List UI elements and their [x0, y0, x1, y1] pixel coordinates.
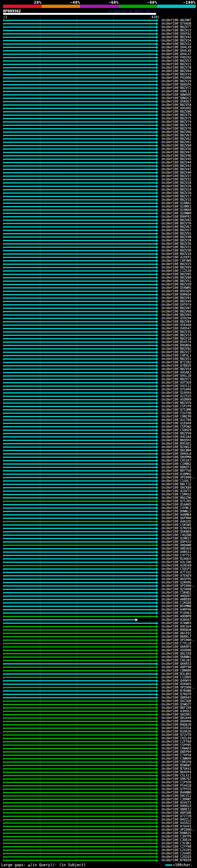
alignment-bar[interactable] [3, 788, 156, 790]
alignment-bar[interactable] [3, 84, 156, 85]
alignment-row[interactable]: UniRef100_P49292 [0, 56, 197, 59]
alignment-row[interactable]: UniRef100_A3IEG4 [0, 726, 197, 730]
alignment-bar[interactable] [3, 575, 156, 577]
alignment-bar[interactable] [3, 128, 156, 129]
row-label[interactable]: UniRef100_Q8IDR1 [162, 713, 191, 716]
alignment-row[interactable]: UniRef100_B8ZV44 [0, 161, 197, 164]
alignment-bar[interactable] [3, 833, 156, 834]
alignment-bar[interactable] [3, 101, 156, 102]
alignment-row[interactable]: UniRef100_B8ZV53 [0, 59, 197, 63]
alignment-bar[interactable] [3, 369, 156, 370]
alignment-row[interactable]: UniRef100_A9RC11 [0, 90, 197, 93]
alignment-bar[interactable] [3, 331, 156, 333]
alignment-row[interactable]: UniRef100_Q04PH4 [0, 720, 197, 723]
alignment-row[interactable]: UniRef100_A5VGT3 [0, 801, 197, 804]
row-label[interactable]: UniRef100_B5W6W7 [162, 764, 191, 767]
alignment-bar[interactable] [3, 640, 156, 641]
row-label[interactable]: UniRef100_A5VGT3 [162, 801, 191, 804]
alignment-bar[interactable] [3, 663, 156, 664]
row-label[interactable]: UniRef100_B2AQU3 [162, 557, 191, 560]
alignment-bar[interactable] [3, 179, 156, 180]
alignment-bar[interactable] [3, 382, 156, 383]
alignment-bar[interactable] [3, 131, 156, 133]
alignment-row[interactable]: UniRef100_C5DSF5 [0, 567, 197, 570]
alignment-bar[interactable] [3, 453, 156, 455]
alignment-row[interactable]: UniRef100_Q0A5F6 [0, 83, 197, 86]
row-label[interactable]: UniRef100_Q75JD5 [162, 500, 191, 503]
alignment-bar[interactable] [3, 121, 156, 123]
alignment-row[interactable]: UniRef100_Q1E849 [0, 422, 197, 425]
alignment-row[interactable]: UniRef100_B7ZZR2 [0, 361, 197, 364]
alignment-row[interactable]: UniRef100_Q2S008 [0, 588, 197, 591]
alignment-bar[interactable] [3, 304, 156, 305]
row-label[interactable]: UniRef100_Q94LX8 [162, 49, 191, 52]
alignment-row[interactable]: UniRef100_B8ZV25 [0, 262, 197, 266]
alignment-bar[interactable] [3, 585, 156, 587]
row-label[interactable]: UniRef100_B8ZV42 [162, 164, 191, 167]
alignment-row[interactable]: UniRef100_C0GJ81 [0, 659, 197, 662]
alignment-row[interactable]: UniRef100_A5DRR9 [0, 398, 197, 401]
alignment-bar[interactable] [3, 298, 156, 299]
alignment-bar[interactable] [3, 206, 156, 207]
alignment-bar[interactable] [3, 680, 156, 681]
alignment-bar[interactable] [3, 846, 156, 847]
row-label[interactable]: UniRef100_B8ZV69 [162, 266, 191, 269]
row-label[interactable]: UniRef100_B8ZV26 [162, 185, 191, 188]
alignment-bar[interactable] [3, 762, 156, 763]
row-label[interactable]: UniRef100_A0DAW0 [162, 544, 191, 547]
row-label[interactable]: UniRef100_Q94LX9 [162, 46, 191, 49]
alignment-bar[interactable] [3, 558, 156, 559]
alignment-row[interactable]: UniRef100_B9R6Q4 [0, 293, 197, 296]
row-label[interactable]: UniRef100_C7YLL8 [162, 642, 191, 645]
row-label[interactable]: UniRef100_Q9K7Q7 [162, 777, 191, 780]
alignment-bar[interactable] [3, 57, 156, 58]
alignment-row[interactable]: UniRef100_A3HSE2 [0, 709, 197, 713]
row-label[interactable]: UniRef100_C3H7P9 [162, 835, 191, 838]
alignment-bar[interactable] [3, 619, 135, 620]
alignment-row[interactable]: UniRef100_B5X574 [0, 340, 197, 344]
row-label[interactable]: UniRef100_B8ZV74 [162, 120, 191, 123]
alignment-row[interactable]: UniRef100_C5FCP9 [0, 405, 197, 408]
alignment-row[interactable]: UniRef100_B8ZV86 [0, 110, 197, 113]
alignment-row[interactable]: UniRef100_B8ZV37 [0, 174, 197, 178]
row-label[interactable]: UniRef100_B8ZV19 [162, 73, 191, 76]
alignment-row[interactable]: UniRef100_Q75JD5 [0, 499, 197, 503]
alignment-bar[interactable] [3, 43, 156, 45]
row-label[interactable]: UniRef100_A4IRZ2 [162, 822, 191, 825]
alignment-bar[interactable] [3, 237, 156, 238]
row-label[interactable]: UniRef100_A0BE85 [162, 598, 191, 601]
alignment-bar[interactable] [3, 843, 156, 844]
alignment-bar[interactable] [3, 406, 156, 407]
alignment-bar[interactable] [3, 223, 156, 224]
alignment-row[interactable]: UniRef100_UPI000.. [0, 828, 197, 831]
alignment-bar[interactable] [3, 568, 156, 570]
alignment-row[interactable]: UniRef100_B8ZV87 [0, 306, 197, 310]
alignment-bar[interactable] [3, 758, 156, 759]
alignment-bar[interactable] [3, 365, 156, 366]
row-label[interactable]: UniRef100_B8ZV47 [162, 151, 191, 154]
alignment-bar[interactable] [3, 731, 156, 732]
alignment-bar[interactable] [3, 552, 156, 553]
row-label[interactable]: UniRef100_P54418 [162, 784, 191, 787]
alignment-bar[interactable] [3, 579, 156, 580]
alignment-bar[interactable] [3, 30, 156, 31]
alignment-row[interactable]: UniRef100_A6R9P3 [0, 645, 197, 648]
alignment-bar[interactable] [3, 220, 156, 221]
alignment-row[interactable]: UniRef100_A4RF66 [0, 608, 197, 611]
alignment-row[interactable]: UniRef100_Q0UPM4 [0, 456, 197, 459]
alignment-row[interactable]: UniRef100_C1ZDR5 [0, 676, 197, 679]
row-label[interactable]: UniRef100_C0P3L1 [162, 354, 191, 357]
alignment-bar[interactable] [3, 565, 156, 566]
alignment-bar[interactable] [3, 775, 156, 776]
row-label[interactable]: UniRef100_Q109X4 [162, 391, 191, 395]
alignment-row[interactable]: UniRef100_C0WAD3 [0, 747, 197, 750]
alignment-bar[interactable] [3, 711, 156, 712]
alignment-row[interactable]: UniRef100_B8ZV81 [0, 296, 197, 300]
alignment-bar[interactable] [3, 324, 156, 326]
alignment-row[interactable]: UniRef100_O49547 [0, 327, 197, 330]
alignment-row[interactable]: UniRef100_Q9K7Q7 [0, 777, 197, 780]
row-label[interactable]: UniRef100_B8ZV86 [162, 110, 191, 113]
alignment-bar[interactable] [3, 518, 156, 519]
row-label[interactable]: UniRef100_A4CGA4 [162, 435, 191, 438]
row-label[interactable]: UniRef100_A4RF66 [162, 608, 191, 611]
